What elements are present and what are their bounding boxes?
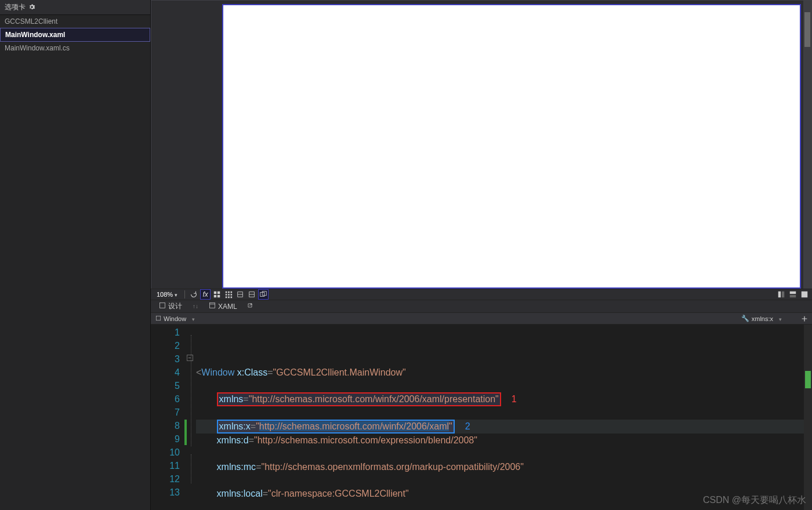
swap-icon[interactable]: ↑↓ [189,303,202,309]
svg-rect-4 [782,292,784,298]
svg-rect-5 [790,292,796,294]
sidebar-item-project[interactable]: GCCSML2Cllient [0,15,150,28]
breadcrumb-element-label: Window [164,315,186,322]
code-editor[interactable]: 1 2 3 4 5 6 7 8 9 10 11 12 13 − − [151,325,812,510]
svg-rect-9 [210,303,215,308]
sidebar-item-xaml[interactable]: MainWindow.xaml [0,28,150,42]
design-scrollbar[interactable] [803,1,811,289]
svg-rect-7 [802,292,808,298]
xaml-tab-icon [209,302,216,311]
layout-vert-icon[interactable] [776,289,786,300]
breadcrumb-member-label: xmlns:x [752,315,773,322]
content-area: 108% fx 设计 ↑↓ XAML [151,0,812,510]
line-gutter: 1 2 3 4 5 6 7 8 9 10 11 12 13 [151,325,186,510]
svg-rect-3 [778,292,781,298]
grid-icon[interactable] [212,289,222,300]
design-tab-icon [159,302,166,311]
tool-icon-2[interactable] [258,289,269,300]
wrench-icon: 🔧 [741,315,749,322]
design-canvas[interactable] [222,4,801,289]
annotation-1: 1 [512,394,517,404]
breadcrumb-bar: Window 🔧 xmlns:x [151,313,812,325]
change-indicator [184,420,187,445]
snap-lines-icon[interactable] [235,289,245,300]
divider [184,290,185,298]
split-header: 设计 ↑↓ XAML [151,300,812,313]
breadcrumb-element[interactable]: Window [155,315,738,322]
xaml-tab-label: XAML [218,303,237,311]
layout-horiz-icon[interactable] [788,289,798,300]
sidebar-title: 选项卡 [5,2,26,12]
zoom-dropdown[interactable]: 108% [153,291,181,298]
code-scrollbar[interactable] [804,325,812,510]
breadcrumb-member[interactable]: 🔧 xmlns:x [741,315,796,322]
split-add-icon[interactable] [799,314,810,324]
sidebar: 选项卡 GCCSML2Cllient MainWindow.xaml MainW… [0,0,151,510]
effects-icon[interactable]: fx [200,289,211,300]
snap-grid-icon[interactable] [223,289,234,300]
design-view[interactable] [151,0,812,289]
tool-icon-1[interactable] [246,289,257,300]
popout-icon[interactable] [246,302,253,311]
code-text[interactable]: − − <Window x:Class="GCCSML2Cllient.Main… [186,325,812,510]
fold-icon[interactable]: − [187,355,193,361]
design-tab-label: 设计 [168,301,182,311]
design-toolbar: 108% fx [151,289,812,300]
layout-full-icon[interactable] [799,289,810,300]
svg-rect-10 [156,316,161,320]
svg-rect-6 [790,295,796,297]
refresh-icon[interactable] [188,289,199,300]
xaml-tab[interactable]: XAML [205,301,241,312]
sidebar-header: 选项卡 [0,0,150,15]
gear-icon[interactable] [29,3,35,12]
sidebar-item-cs[interactable]: MainWindow.xaml.cs [0,42,150,54]
svg-rect-8 [160,303,165,308]
design-tab[interactable]: 设计 [155,300,186,312]
annotation-2: 2 [465,421,470,431]
element-icon [155,315,161,322]
